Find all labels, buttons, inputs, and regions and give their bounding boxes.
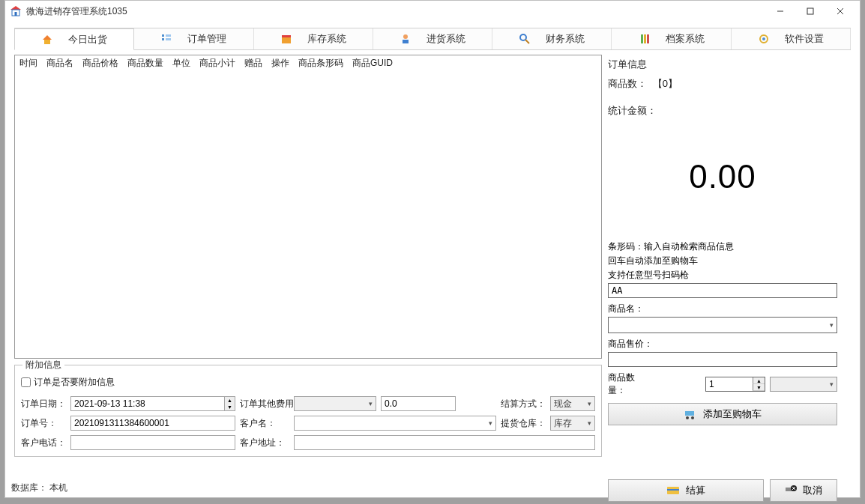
barcode-input[interactable] <box>608 283 837 298</box>
price-input[interactable] <box>608 352 837 367</box>
product-name-label: 商品名： <box>608 303 837 315</box>
col-gift[interactable]: 赠品 <box>244 57 262 70</box>
col-action[interactable]: 操作 <box>271 57 289 70</box>
col-guid[interactable]: 商品GUID <box>352 57 393 70</box>
db-label: 数据库： <box>11 482 47 493</box>
order-date-label: 订单日期： <box>21 398 66 410</box>
tab-settings[interactable]: 软件设置 <box>732 28 851 49</box>
close-button[interactable] <box>825 2 855 20</box>
gear-icon <box>758 33 770 45</box>
tab-finance[interactable]: 财务系统 <box>492 28 612 49</box>
order-no-label: 订单号： <box>21 417 66 430</box>
svg-rect-12 <box>166 38 171 40</box>
order-no-input[interactable] <box>70 416 235 431</box>
books-icon <box>639 33 651 45</box>
svg-rect-9 <box>162 34 164 37</box>
col-barcode[interactable]: 商品条形码 <box>298 57 343 70</box>
store-icon <box>280 33 292 45</box>
svg-point-17 <box>520 34 526 40</box>
right-column: 订单信息 商品数： 【0】 统计金额： 0.00 条形码：输入自动检索商品信息 … <box>608 55 837 502</box>
extra-legend: 附加信息 <box>22 359 64 371</box>
extra-checkbox-label: 订单是否要附加信息 <box>34 376 115 389</box>
app-icon <box>10 5 22 17</box>
shipment-table: 时间 商品名 商品价格 商品数量 单位 商品小计 赠品 操作 商品条形码 商品G… <box>14 55 602 359</box>
svg-rect-21 <box>647 34 649 43</box>
col-product[interactable]: 商品名 <box>46 57 73 70</box>
svg-rect-13 <box>282 37 291 43</box>
date-spin[interactable]: ▲▼ <box>224 397 235 410</box>
cancel-button[interactable]: 取消 <box>770 479 837 502</box>
barcode-hint2: 回车自动添加至购物车 <box>608 255 837 267</box>
tab-today-shipments[interactable]: 今日出货 <box>14 28 134 50</box>
count-value: 【0】 <box>653 78 678 89</box>
svg-rect-8 <box>44 40 50 44</box>
svg-rect-14 <box>282 35 291 37</box>
pay-method-combo[interactable]: 现金▾ <box>550 396 595 411</box>
person-icon <box>400 33 412 45</box>
app-window: 微海进销存管理系统1035 今日出货 订单管理 <box>4 0 861 498</box>
svg-rect-16 <box>403 40 409 43</box>
svg-rect-19 <box>641 34 643 43</box>
table-header: 时间 商品名 商品价格 商品数量 单位 商品小计 赠品 操作 商品条形码 商品G… <box>15 55 601 72</box>
svg-rect-20 <box>644 34 646 43</box>
settle-label: 结算 <box>686 484 705 497</box>
minimize-button[interactable] <box>765 2 795 20</box>
col-qty[interactable]: 商品数量 <box>127 57 163 70</box>
svg-point-15 <box>403 34 408 39</box>
svg-rect-28 <box>667 489 679 491</box>
product-name-combo[interactable]: ▾ <box>608 317 837 333</box>
price-label: 商品售价： <box>608 338 837 350</box>
customer-name-combo[interactable]: ▾ <box>294 416 496 431</box>
tab-inventory[interactable]: 库存系统 <box>254 28 373 49</box>
home-icon <box>41 34 53 46</box>
svg-marker-7 <box>43 35 52 40</box>
svg-rect-4 <box>807 8 813 14</box>
qty-input[interactable]: ▲▼ <box>705 377 765 392</box>
col-price[interactable]: 商品价格 <box>82 57 118 70</box>
col-unit[interactable]: 单位 <box>172 57 190 70</box>
customer-phone-label: 客户电话： <box>21 437 66 449</box>
tab-order-mgmt[interactable]: 订单管理 <box>134 28 253 49</box>
settle-button[interactable]: 结算 <box>608 479 764 502</box>
magnifier-icon <box>519 33 531 45</box>
qty-label: 商品数量： <box>608 371 650 397</box>
svg-rect-2 <box>15 12 17 16</box>
total-label: 统计金额： <box>608 104 837 118</box>
tab-label: 今日出货 <box>68 33 107 46</box>
add-to-cart-button[interactable]: 添加至购物车 <box>608 403 837 425</box>
list-icon <box>160 33 172 45</box>
left-column: 时间 商品名 商品价格 商品数量 单位 商品小计 赠品 操作 商品条形码 商品G… <box>14 55 602 502</box>
titlebar: 微海进销存管理系统1035 <box>5 1 860 22</box>
svg-line-18 <box>525 40 529 43</box>
pickup-store-label: 提货仓库： <box>501 417 546 430</box>
count-label: 商品数： <box>608 78 647 89</box>
barcode-hint3: 支持任意型号扫码枪 <box>608 269 837 282</box>
tab-archives[interactable]: 档案系统 <box>612 28 731 49</box>
card-icon <box>666 485 680 496</box>
cancel-label: 取消 <box>803 484 822 497</box>
customer-addr-input[interactable] <box>294 435 595 450</box>
tab-purchasing[interactable]: 进货系统 <box>373 28 492 49</box>
svg-point-26 <box>691 416 694 419</box>
tab-label: 进货系统 <box>427 32 465 46</box>
window-title: 微海进销存管理系统1035 <box>26 5 127 18</box>
customer-name-label: 客户名： <box>240 417 289 430</box>
maximize-button[interactable] <box>795 2 825 20</box>
svg-point-25 <box>686 416 689 419</box>
svg-rect-10 <box>166 34 171 37</box>
other-fee-input[interactable] <box>381 396 456 411</box>
col-time[interactable]: 时间 <box>19 57 37 70</box>
pickup-store-combo[interactable]: 库存▾ <box>550 416 595 431</box>
tab-label: 财务系统 <box>546 32 585 46</box>
tab-label: 软件设置 <box>785 32 824 46</box>
col-subtotal[interactable]: 商品小计 <box>199 57 235 70</box>
extra-checkbox[interactable] <box>21 377 31 387</box>
add-cart-label: 添加至购物车 <box>703 407 762 421</box>
customer-phone-input[interactable] <box>70 435 235 450</box>
other-fee-combo[interactable]: ▾ <box>294 396 376 411</box>
tab-label: 库存系统 <box>307 32 346 46</box>
qty-unit-combo[interactable]: ▾ <box>770 377 837 392</box>
pay-method-label: 结算方式： <box>501 398 546 410</box>
total-amount: 0.00 <box>608 158 837 195</box>
order-date-input[interactable] <box>70 396 235 411</box>
